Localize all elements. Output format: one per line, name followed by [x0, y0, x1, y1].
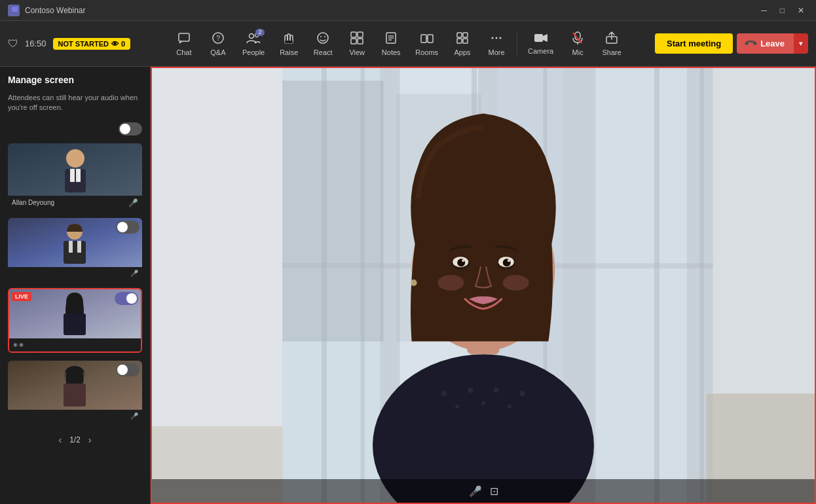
svg-point-86	[508, 405, 511, 408]
leave-button[interactable]: 📞 Leave	[737, 33, 794, 54]
presenter-allan-mic-icon: 🎤	[128, 198, 138, 207]
toolbar-react-button[interactable]: React	[306, 27, 339, 60]
camera-label: Camera	[528, 47, 553, 55]
toolbar-rooms-button[interactable]: Rooms	[409, 27, 445, 60]
presenter-allan-bottom: Allan Deyoung 🎤	[8, 196, 142, 210]
svg-point-36	[66, 149, 84, 168]
svg-rect-25	[463, 33, 468, 37]
not-started-badge: NOT STARTED 👁 0	[53, 38, 131, 50]
people-icon: 2	[246, 31, 261, 46]
svg-rect-42	[69, 241, 73, 253]
presenter-tile-4: 🎤	[8, 361, 142, 423]
presenter-4-toggle[interactable]	[116, 363, 139, 376]
svg-rect-15	[358, 32, 363, 37]
svg-rect-16	[351, 39, 356, 44]
presenter-4-mic-icon: 🎤	[130, 412, 138, 420]
toolbar-view-button[interactable]: View	[341, 27, 373, 60]
start-meeting-button[interactable]: Start meeting	[655, 33, 733, 54]
toolbar-apps-button[interactable]: Apps	[446, 27, 479, 60]
main-content: Manage screen Attendees can still hear y…	[0, 67, 816, 504]
titlebar-left: Contoso Webinar	[8, 5, 86, 16]
presenter-2-toggle-row	[116, 221, 139, 234]
pagination-prev-button[interactable]: ‹	[58, 435, 62, 445]
svg-point-84	[481, 401, 485, 405]
eye-icon: 👁	[111, 40, 119, 48]
presenter-tile-allan: Allan Deyoung 🎤	[8, 143, 142, 210]
svg-rect-2	[179, 33, 189, 41]
presenter-3-bottom: ◉ ◉	[9, 338, 141, 351]
off-screen-toggle-row	[8, 122, 142, 135]
svg-rect-17	[358, 39, 363, 44]
share-icon	[605, 31, 618, 46]
svg-rect-14	[351, 32, 356, 37]
allan-avatar-svg	[56, 147, 95, 192]
presenter-2-mic-icon: 🎤	[130, 270, 138, 277]
presenter-allan-video	[8, 143, 142, 196]
toolbar-raise-button[interactable]: Raise	[272, 27, 305, 60]
toolbar-qa-button[interactable]: ? Q&A	[202, 27, 234, 60]
titlebar: Contoso Webinar ─ □ ✕	[0, 0, 816, 21]
main-video-area: 🎤 ⊡	[151, 67, 816, 504]
presenter-4-toggle-row	[116, 363, 139, 376]
window-title: Contoso Webinar	[25, 6, 86, 15]
svg-point-87	[520, 391, 525, 396]
video-bottom-bar: 🎤 ⊡	[152, 479, 815, 503]
rooms-icon	[420, 31, 434, 46]
phone-icon: 📞	[744, 37, 758, 51]
presenter-2-bottom: 🎤	[8, 267, 142, 280]
maximize-button[interactable]: □	[776, 5, 788, 16]
presenter-3-avatar-svg	[57, 293, 93, 335]
chat-icon	[177, 31, 191, 46]
presenter-3-indicators: ◉ ◉	[13, 342, 24, 348]
presenter-2-toggle[interactable]	[116, 221, 139, 234]
more-icon	[490, 31, 503, 46]
toolbar-share-button[interactable]: Share	[595, 27, 628, 60]
svg-text:?: ?	[216, 34, 220, 42]
svg-point-82	[455, 405, 459, 408]
svg-rect-61	[700, 68, 704, 503]
pagination-next-button[interactable]: ›	[88, 435, 92, 445]
separator	[517, 32, 517, 56]
off-screen-toggle[interactable]	[119, 122, 142, 135]
presenter-tile-2: 🎤	[8, 218, 142, 280]
minimize-button[interactable]: ─	[757, 5, 771, 16]
svg-point-5	[250, 33, 254, 38]
pagination-text: 1/2	[69, 435, 81, 444]
toolbar-chat-button[interactable]: Chat	[168, 27, 200, 60]
video-grid-icon[interactable]: ⊡	[490, 485, 498, 497]
close-button[interactable]: ✕	[794, 5, 808, 16]
leave-chevron-button[interactable]: ▾	[794, 33, 808, 54]
main-video-background	[152, 68, 815, 503]
svg-point-11	[318, 33, 328, 43]
video-mic-icon[interactable]: 🎤	[469, 485, 482, 497]
shield-icon: 🛡	[8, 38, 18, 50]
presenter-allan-name: Allan Deyoung	[12, 199, 54, 206]
svg-rect-38	[70, 169, 75, 182]
svg-point-12	[320, 36, 322, 37]
svg-rect-31	[534, 34, 543, 42]
time-display: 16:50	[25, 39, 46, 48]
svg-rect-24	[457, 33, 462, 37]
toolbar-mic-button[interactable]: Mic	[561, 27, 594, 60]
toolbar-more-button[interactable]: More	[480, 27, 513, 60]
svg-point-85	[494, 387, 499, 393]
presenter-tile-3-live: LIVE ◉ ◉	[8, 288, 142, 353]
window-controls: ─ □ ✕	[757, 5, 808, 16]
raise-label: Raise	[280, 48, 298, 56]
manage-screen-title: Manage screen	[8, 75, 142, 85]
toolbar-camera-button[interactable]: Camera	[521, 29, 560, 59]
manage-screen-desc: Attendees can still hear your audio when…	[8, 93, 142, 113]
toolbar-notes-button[interactable]: Notes	[375, 27, 407, 60]
view-label: View	[349, 48, 365, 56]
presenter-3-toggle[interactable]	[115, 292, 138, 305]
svg-rect-47	[64, 384, 86, 406]
presenter-2-avatar-svg	[57, 221, 93, 264]
apps-icon	[456, 31, 469, 46]
notes-label: Notes	[382, 48, 401, 56]
mic-label: Mic	[572, 48, 584, 56]
svg-point-29	[496, 37, 498, 39]
toolbar-people-button[interactable]: 2 People	[236, 27, 271, 60]
mic-icon	[572, 31, 583, 46]
manage-screen-panel: Manage screen Attendees can still hear y…	[0, 67, 151, 504]
toolbar-left: 🛡 16:50 NOT STARTED 👁 0	[8, 38, 130, 50]
